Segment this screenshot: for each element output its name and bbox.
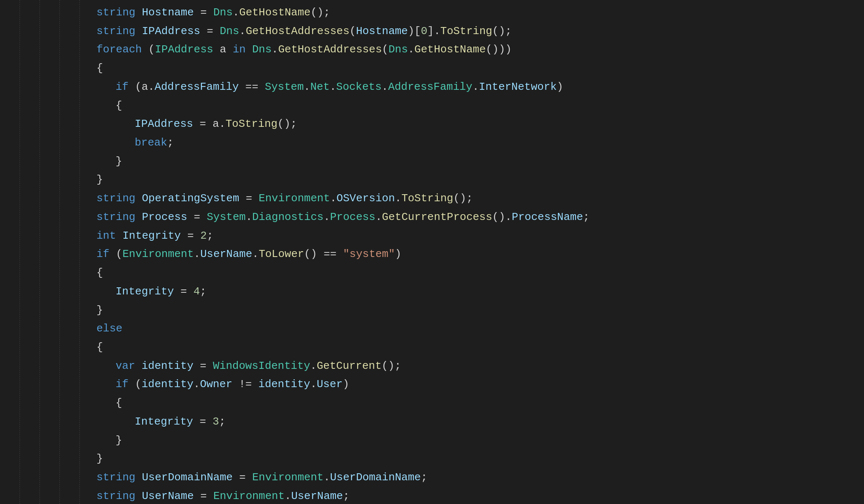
code-line: } <box>96 170 864 189</box>
code-line: string Hostname = Dns.GetHostName(); <box>96 3 864 22</box>
code-line: string OperatingSystem = Environment.OSV… <box>96 189 864 208</box>
code-line: string UserDomainName = Environment.User… <box>96 468 864 487</box>
gutter-col-4 <box>60 0 80 504</box>
code-line: break; <box>96 133 864 152</box>
code-line: int Integrity = 2; <box>96 227 864 245</box>
code-line: { <box>96 96 864 115</box>
code-line: string Process = System.Diagnostics.Proc… <box>96 208 864 227</box>
code-line: if (identity.Owner != identity.User) <box>96 375 864 394</box>
code-line: } <box>96 301 864 320</box>
code-line: Integrity = 3; <box>96 413 864 431</box>
code-line: if (a.AddressFamily == System.Net.Socket… <box>96 78 864 96</box>
gutter-col-2 <box>20 0 40 504</box>
code-line: string IPAddress = Dns.GetHostAddresses(… <box>96 22 864 41</box>
code-line: } <box>96 450 864 468</box>
code-line: if (Environment.UserName.ToLower() == "s… <box>96 245 864 264</box>
code-line: var identity = WindowsIdentity.GetCurren… <box>96 357 864 376</box>
code-line: { <box>96 394 864 413</box>
code-line: foreach (IPAddress a in Dns.GetHostAddre… <box>96 40 864 59</box>
gutter-col-3 <box>40 0 60 504</box>
code-line: } <box>96 152 864 171</box>
code-line: { <box>96 338 864 357</box>
code-line: { <box>96 264 864 282</box>
code-line: else <box>96 319 864 338</box>
gutter-col-1 <box>0 0 20 504</box>
code-editor: string Hostname = Dns.GetHostName(); str… <box>0 0 864 504</box>
code-line: string UserName = Environment.UserName; <box>96 487 864 504</box>
code-line: { <box>96 59 864 78</box>
code-line: IPAddress = a.ToString(); <box>96 115 864 133</box>
code-content: string Hostname = Dns.GetHostName(); str… <box>80 0 864 504</box>
gutter <box>0 0 80 504</box>
code-line: } <box>96 431 864 450</box>
code-line: Integrity = 4; <box>96 282 864 301</box>
